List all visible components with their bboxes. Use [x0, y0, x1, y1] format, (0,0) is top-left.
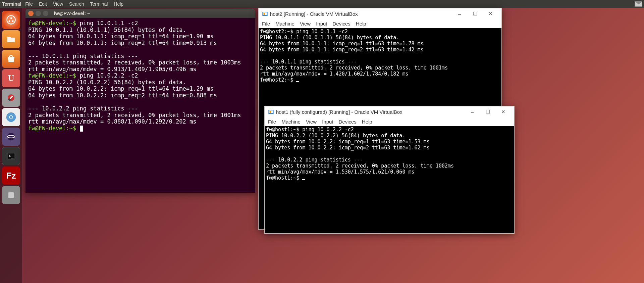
svg-rect-19 — [270, 111, 271, 113]
software-center-icon[interactable] — [2, 50, 20, 68]
vb-menu-view[interactable]: View — [306, 119, 317, 125]
host2-title: host2 [Running] - Oracle VM VirtualBox — [270, 11, 358, 17]
command-text: ping 10.0.1.1 -c2 — [80, 20, 138, 27]
host1-menubar: File Machine View Input Devices Help — [265, 117, 514, 126]
virtualbox-icon — [262, 11, 268, 17]
cursor — [302, 179, 305, 180]
menu-view[interactable]: View — [53, 1, 63, 7]
maximize-button[interactable] — [43, 11, 48, 16]
terminal-title: fw@FW-devel: ~ — [54, 11, 90, 16]
active-app-label: Terminal — [2, 1, 21, 7]
settings-icon[interactable] — [2, 89, 20, 107]
minimize-button[interactable]: – — [465, 109, 480, 115]
vb-menu-input[interactable]: Input — [316, 21, 327, 27]
dash-icon[interactable] — [2, 11, 20, 29]
minimize-button[interactable] — [36, 11, 41, 16]
prompt: fw@FW-devel:~$ — [28, 125, 80, 132]
chromium-icon[interactable] — [2, 108, 20, 126]
vb-menu-view[interactable]: View — [300, 21, 311, 27]
vb-menu-input[interactable]: Input — [322, 119, 333, 125]
global-menu-bar: Terminal File Edit View Search Terminal … — [0, 0, 644, 8]
svg-point-8 — [10, 116, 13, 119]
command-text: ping 10.0.2.2 -c2 — [80, 72, 138, 79]
eclipse-icon[interactable] — [2, 128, 20, 146]
virtualbox-icon — [268, 109, 274, 115]
terminal-titlebar[interactable]: fw@FW-devel: ~ — [25, 9, 255, 18]
prompt: fw@FW-devel:~$ — [28, 72, 80, 79]
svg-point-2 — [9, 20, 10, 22]
cursor — [80, 126, 83, 132]
close-button[interactable]: ✕ — [495, 109, 511, 115]
cursor — [296, 81, 299, 82]
host2-titlebar[interactable]: host2 [Running] - Oracle VM VirtualBox –… — [259, 8, 501, 19]
terminal-output: fw@host1:~$ ping 10.0.2.2 -c2 PING 10.0.… — [266, 127, 454, 181]
vb-menu-help[interactable]: Help — [362, 119, 372, 125]
ubuntu-one-icon[interactable]: U — [2, 69, 20, 87]
terminal-icon[interactable]: >_ — [2, 147, 20, 165]
vb-menu-help[interactable]: Help — [356, 21, 366, 27]
vb-menu-file[interactable]: File — [268, 119, 276, 125]
files-icon[interactable] — [2, 30, 20, 48]
menu-file[interactable]: File — [25, 1, 33, 7]
svg-rect-13 — [8, 192, 14, 198]
close-button[interactable]: ✕ — [483, 11, 498, 17]
terminal-body[interactable]: fw@FW-devel:~$ ping 10.0.1.1 -c2 PING 10… — [25, 18, 255, 134]
vb-menu-machine[interactable]: Machine — [281, 119, 301, 125]
menu-search[interactable]: Search — [69, 1, 84, 7]
terminal-window[interactable]: fw@FW-devel: ~ fw@FW-devel:~$ ping 10.0.… — [25, 9, 255, 193]
host2-menubar: File Machine View Input Devices Help — [259, 19, 501, 28]
desktop: U >_ Fz fw@FW-devel: ~ fw@FW-devel:~$ pi… — [0, 8, 644, 283]
host1-titlebar[interactable]: host1 (fully configured) [Running] - Ora… — [265, 106, 514, 117]
terminal-output: PING 10.0.2.2 (10.0.2.2) 56(84) bytes of… — [28, 79, 241, 125]
vb-menu-devices[interactable]: Devices — [333, 21, 351, 27]
menu-help[interactable]: Help — [114, 1, 123, 7]
vb-menu-file[interactable]: File — [262, 21, 270, 27]
vb-menu-machine[interactable]: Machine — [275, 21, 294, 27]
svg-point-9 — [7, 133, 15, 141]
filezilla-icon[interactable]: Fz — [2, 167, 20, 185]
svg-point-0 — [7, 16, 15, 24]
svg-rect-16 — [264, 13, 265, 15]
application-icon[interactable] — [2, 186, 20, 204]
prompt: fw@FW-devel:~$ — [28, 20, 80, 27]
maximize-button[interactable]: ☐ — [467, 11, 483, 17]
vb-menu-devices[interactable]: Devices — [339, 119, 357, 125]
svg-point-1 — [10, 17, 12, 19]
host1-title: host1 (fully configured) [Running] - Ora… — [276, 109, 402, 115]
maximize-button[interactable]: ☐ — [480, 109, 495, 115]
unity-launcher: U >_ Fz — [0, 8, 22, 283]
mail-indicator-icon[interactable] — [635, 1, 642, 7]
menu-terminal[interactable]: Terminal — [90, 1, 108, 7]
svg-text:>_: >_ — [9, 153, 14, 158]
virtualbox-host1-window[interactable]: host1 (fully configured) [Running] - Ora… — [264, 106, 515, 234]
svg-point-3 — [12, 20, 14, 22]
terminal-output: PING 10.0.1.1 (10.0.1.1) 56(84) bytes of… — [28, 27, 241, 73]
menu-edit[interactable]: Edit — [39, 1, 47, 7]
terminal-output: fw@host2:~$ ping 10.0.1.1 -c2 PING 10.0.… — [260, 29, 448, 83]
minimize-button[interactable]: – — [452, 11, 467, 17]
host1-console[interactable]: fw@host1:~$ ping 10.0.2.2 -c2 PING 10.0.… — [265, 126, 514, 233]
close-button[interactable] — [28, 11, 34, 16]
